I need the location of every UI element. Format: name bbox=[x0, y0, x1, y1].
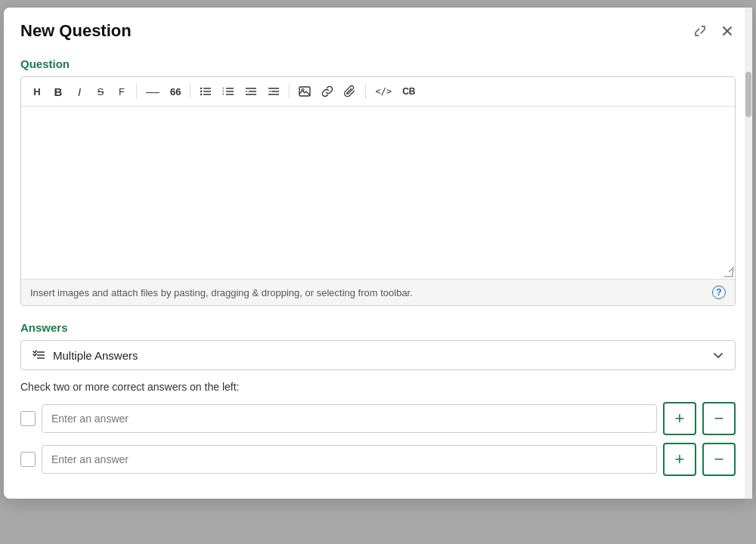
code-btn[interactable]: </> bbox=[370, 82, 396, 101]
editor-hint-text: Insert images and attach files by pastin… bbox=[30, 287, 413, 298]
ol-btn[interactable]: 1.2.3. bbox=[218, 82, 239, 101]
answers-dropdown-left: Multiple Answers bbox=[32, 348, 138, 362]
quote-btn[interactable]: 66 bbox=[166, 82, 185, 101]
outdent-btn[interactable] bbox=[263, 82, 284, 101]
editor-toolbar: H B I S F — 66 1.2.3. bbox=[21, 77, 735, 107]
help-icon[interactable]: ? bbox=[712, 286, 726, 299]
svg-text:3.: 3. bbox=[222, 92, 225, 96]
hr-btn[interactable]: — bbox=[141, 82, 164, 101]
attach-btn[interactable] bbox=[339, 82, 361, 101]
image-btn[interactable] bbox=[294, 82, 315, 101]
answer-checkbox-1[interactable] bbox=[20, 411, 36, 426]
svg-point-2 bbox=[200, 94, 202, 95]
resize-handle-icon bbox=[724, 268, 733, 277]
answers-dropdown-label: Multiple Answers bbox=[53, 349, 138, 362]
scrollbar-thumb bbox=[745, 72, 751, 117]
new-question-modal: New Question Question bbox=[4, 8, 752, 499]
answer-row: + − bbox=[20, 443, 736, 476]
remove-answer-btn-1[interactable]: − bbox=[702, 402, 736, 435]
modal-body: Question H B I S F — 66 bbox=[4, 57, 752, 499]
list-check-icon bbox=[32, 348, 45, 362]
ul-btn[interactable] bbox=[195, 82, 216, 101]
heading-btn[interactable]: H bbox=[27, 82, 47, 101]
toolbar-divider-2 bbox=[190, 84, 191, 99]
editor-content-area[interactable] bbox=[21, 107, 735, 273]
modal-header-actions bbox=[690, 21, 737, 41]
italic-btn[interactable]: I bbox=[70, 82, 89, 101]
modal-title: New Question bbox=[20, 21, 132, 41]
question-section-label: Question bbox=[20, 57, 736, 70]
answer-input-1[interactable] bbox=[42, 404, 657, 433]
remove-answer-btn-2[interactable]: − bbox=[702, 443, 736, 476]
scrollbar[interactable] bbox=[745, 8, 752, 499]
editor-container: H B I S F — 66 1.2.3. bbox=[20, 76, 736, 306]
close-button[interactable] bbox=[717, 21, 737, 41]
expand-button[interactable] bbox=[690, 21, 710, 41]
answer-input-2[interactable] bbox=[42, 445, 657, 474]
add-answer-btn-1[interactable]: + bbox=[663, 402, 696, 435]
toolbar-divider-3 bbox=[289, 84, 290, 99]
svg-point-0 bbox=[200, 88, 202, 89]
editor-resize-area bbox=[21, 273, 735, 279]
bold-btn[interactable]: B bbox=[48, 82, 68, 101]
toolbar-divider-4 bbox=[365, 84, 366, 99]
indent-btn[interactable] bbox=[240, 82, 262, 101]
strikethrough-btn[interactable]: S bbox=[91, 82, 110, 101]
answers-type-dropdown[interactable]: Multiple Answers bbox=[20, 340, 736, 370]
answer-checkbox-2[interactable] bbox=[20, 452, 36, 467]
answers-section-label: Answers bbox=[20, 321, 736, 334]
answers-instruction: Check two or more correct answers on the… bbox=[20, 381, 736, 393]
svg-point-1 bbox=[200, 91, 202, 92]
toolbar-divider-1 bbox=[136, 84, 137, 99]
answers-section: Answers Multiple Answers bbox=[20, 321, 736, 476]
link-btn[interactable] bbox=[317, 82, 338, 101]
answer-row: + − bbox=[20, 402, 736, 435]
editor-footer: Insert images and attach files by pastin… bbox=[21, 279, 735, 305]
cb-btn[interactable]: CB bbox=[398, 82, 420, 101]
chevron-down-icon bbox=[712, 349, 724, 361]
svg-rect-18 bbox=[299, 87, 310, 96]
add-answer-btn-2[interactable]: + bbox=[663, 443, 696, 476]
modal-header: New Question bbox=[4, 8, 752, 51]
font-btn[interactable]: F bbox=[112, 82, 132, 101]
